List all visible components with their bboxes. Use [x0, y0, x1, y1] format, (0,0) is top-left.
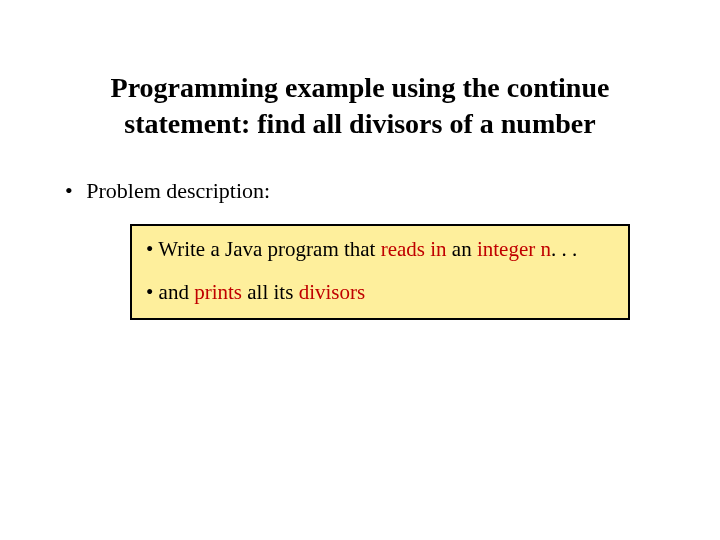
text-red-integer-n: integer n — [477, 237, 551, 261]
problem-box: • Write a Java program that reads in an … — [130, 224, 630, 321]
box-line-1: • Write a Java program that reads in an … — [146, 236, 614, 263]
problem-description-bullet: Problem description: — [50, 178, 670, 204]
text-mid: an — [447, 237, 477, 261]
text-suffix: . . . — [551, 237, 577, 261]
text-mid: all its — [242, 280, 299, 304]
text-prefix: • and — [146, 280, 194, 304]
box-line-2: • and prints all its divisors — [146, 279, 614, 306]
text-red-divisors: divisors — [299, 280, 366, 304]
text-prefix: • Write a Java program that — [146, 237, 381, 261]
text-red-reads-in: reads in — [381, 237, 447, 261]
slide-title: Programming example using the continue s… — [50, 70, 670, 143]
text-red-prints: prints — [194, 280, 242, 304]
